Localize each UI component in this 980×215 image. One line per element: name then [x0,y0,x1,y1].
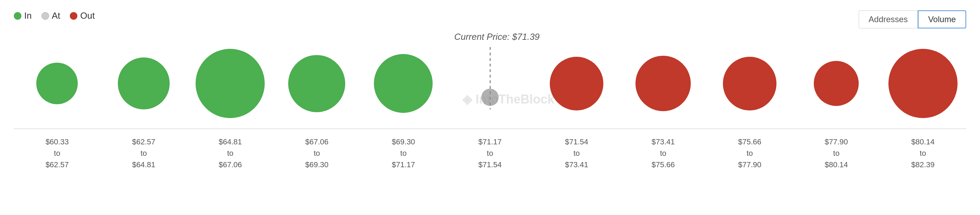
bubble-9 [814,61,859,106]
price-label-3: $67.06to$69.30 [274,136,360,170]
legend-label-at: At [52,10,60,21]
price-labels-row: $60.33to$62.57$62.57to$64.81$64.81to$67.… [14,136,966,170]
legend-label-out: Out [80,10,95,21]
legend-item-at: At [41,10,60,21]
bubble-column-9 [793,61,880,106]
bubble-column-4 [360,54,447,113]
main-container: In At Out Addresses Volume Current Price… [0,0,980,215]
bubble-7 [635,56,691,111]
bubble-6 [550,57,603,111]
legend: In At Out [14,10,966,21]
current-price-line [490,47,491,109]
legend-item-out: Out [70,10,95,21]
price-label-8: $75.66to$77.90 [706,136,793,170]
bubble-4 [374,54,433,113]
bubble-column-0 [14,63,100,104]
legend-dot-in [14,12,21,20]
bubble-column-2 [187,49,274,118]
price-label-5: $71.17to$71.54 [447,136,533,170]
bubbles-row [14,28,966,125]
bubble-3 [288,55,345,112]
divider-line [14,128,966,129]
price-label-4: $69.30to$71.17 [360,136,447,170]
price-label-2: $64.81to$67.06 [187,136,274,170]
chart-area: Current Price: $71.39 ◈ IntoTheBlock $60… [14,28,966,170]
legend-dot-at [41,12,49,20]
view-toggle: Addresses Volume [859,10,966,28]
bubble-0 [36,63,78,104]
price-label-9: $77.90to$80.14 [793,136,880,170]
bubble-1 [118,58,170,109]
bubble-column-1 [100,58,187,109]
bubble-column-3 [274,55,360,112]
bubble-column-8 [706,57,793,111]
bubble-column-10 [880,49,966,118]
bubble-2 [196,49,265,118]
legend-label-in: In [24,10,32,21]
price-label-0: $60.33to$62.57 [14,136,100,170]
bubble-8 [723,57,776,111]
price-label-6: $71.54to$73.41 [533,136,620,170]
legend-dot-out [70,12,77,20]
addresses-button[interactable]: Addresses [859,10,918,28]
bubble-column-6 [533,57,620,111]
bubble-column-7 [620,56,707,111]
price-label-7: $73.41to$75.66 [620,136,707,170]
legend-item-in: In [14,10,32,21]
bubble-column-5 [447,61,533,106]
price-label-1: $62.57to$64.81 [100,136,187,170]
price-label-10: $80.14to$82.39 [880,136,966,170]
volume-button[interactable]: Volume [918,10,966,28]
bubble-10 [888,49,958,118]
current-price-label: Current Price: $71.39 [454,32,539,42]
